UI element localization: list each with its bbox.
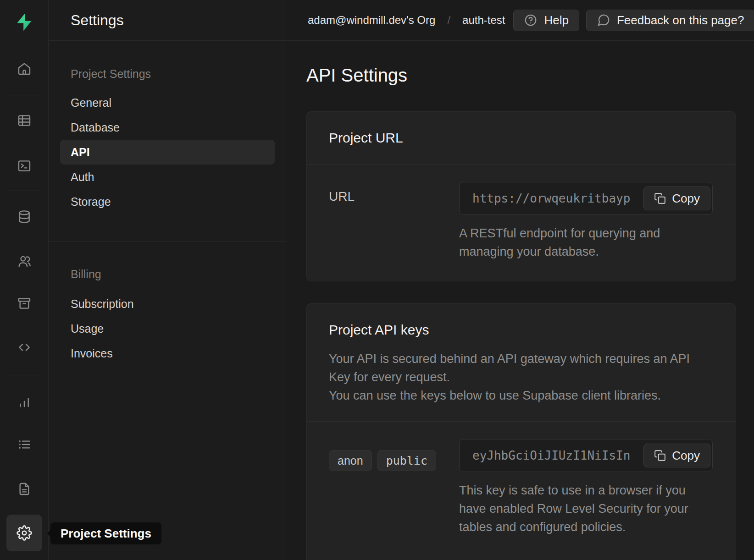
- sidebar-item-api[interactable]: API: [60, 140, 275, 165]
- docs-icon[interactable]: [15, 480, 33, 498]
- section-heading-billing: Billing: [49, 267, 286, 281]
- copy-icon: [654, 450, 666, 461]
- api-keys-description-2: You can use the keys below to use Supaba…: [329, 386, 691, 405]
- anon-key-description: This key is safe to use in a browser if …: [459, 481, 713, 536]
- settings-gear-icon[interactable]: [6, 515, 42, 551]
- sidebar-section-divider: [49, 242, 286, 242]
- public-badge: public: [377, 450, 436, 471]
- help-circle-icon: [524, 13, 538, 27]
- main-area: adam@windmill.dev's Org / auth-test Help…: [286, 0, 754, 560]
- settings-sidebar: Settings Project Settings General Databa…: [49, 0, 286, 560]
- sidebar-item-invoices[interactable]: Invoices: [49, 341, 286, 366]
- api-keys-card-title: Project API keys: [329, 320, 714, 340]
- project-url-value: https://orwqeukritbayp: [472, 192, 630, 205]
- project-url-description: A RESTful endpoint for querying and mana…: [459, 224, 713, 261]
- rail-divider: [7, 191, 42, 191]
- project-api-keys-card: Project API keys Your API is secured beh…: [306, 303, 736, 560]
- edge-functions-icon[interactable]: [15, 339, 33, 356]
- breadcrumb-separator: /: [447, 14, 450, 27]
- logs-icon[interactable]: [15, 436, 33, 453]
- speech-bubble-icon: [597, 13, 610, 27]
- api-keys-description-1: Your API is secured behind an API gatewa…: [329, 350, 691, 386]
- sidebar-item-usage[interactable]: Usage: [49, 316, 286, 341]
- rail-divider: [7, 375, 42, 375]
- copy-icon: [654, 192, 666, 204]
- reports-icon[interactable]: [15, 393, 33, 411]
- auth-users-icon[interactable]: [15, 253, 33, 270]
- project-url-card-title: Project URL: [329, 128, 714, 148]
- home-icon[interactable]: [15, 60, 33, 77]
- anon-badge: anon: [329, 450, 372, 471]
- sidebar-item-subscription[interactable]: Subscription: [49, 291, 286, 316]
- url-row-label: URL: [329, 182, 459, 261]
- project-url-card: Project URL URL https://orwqeukritbayp C…: [306, 111, 736, 281]
- supabase-logo-icon[interactable]: [13, 11, 35, 33]
- table-editor-icon[interactable]: [15, 112, 33, 129]
- feedback-button-label: Feedback on this page?: [617, 13, 744, 27]
- sidebar-item-storage[interactable]: Storage: [49, 189, 286, 214]
- help-button[interactable]: Help: [513, 10, 579, 31]
- database-icon[interactable]: [15, 208, 33, 225]
- rail-divider: [7, 95, 42, 95]
- storage-icon[interactable]: [15, 295, 33, 312]
- project-url-input[interactable]: https://orwqeukritbayp Copy: [459, 182, 713, 215]
- section-heading-project-settings: Project Settings: [49, 66, 286, 81]
- help-button-label: Help: [544, 13, 568, 27]
- project-settings-tooltip: Project Settings: [50, 522, 161, 544]
- sidebar-item-general[interactable]: General: [49, 90, 286, 115]
- copy-anon-key-button[interactable]: Copy: [643, 444, 710, 467]
- sidebar-item-database[interactable]: Database: [49, 115, 286, 140]
- icon-rail: [0, 0, 49, 560]
- page-title: API Settings: [306, 64, 736, 87]
- copy-anon-key-label: Copy: [672, 449, 700, 463]
- feedback-button[interactable]: Feedback on this page?: [586, 10, 754, 31]
- anon-key-input[interactable]: eyJhbGciOiJIUzI1NiIsIn Copy: [459, 439, 713, 472]
- breadcrumb-org[interactable]: adam@windmill.dev's Org: [308, 14, 435, 27]
- top-header: adam@windmill.dev's Org / auth-test Help…: [286, 0, 754, 41]
- sidebar-item-auth[interactable]: Auth: [49, 165, 286, 189]
- anon-key-value: eyJhbGciOiJIUzI1NiIsIn: [472, 449, 630, 462]
- breadcrumb-project[interactable]: auth-test: [462, 14, 505, 27]
- settings-sidebar-title: Settings: [49, 0, 286, 41]
- sql-editor-icon[interactable]: [15, 157, 33, 175]
- copy-url-button[interactable]: Copy: [643, 187, 710, 210]
- copy-url-label: Copy: [672, 192, 700, 206]
